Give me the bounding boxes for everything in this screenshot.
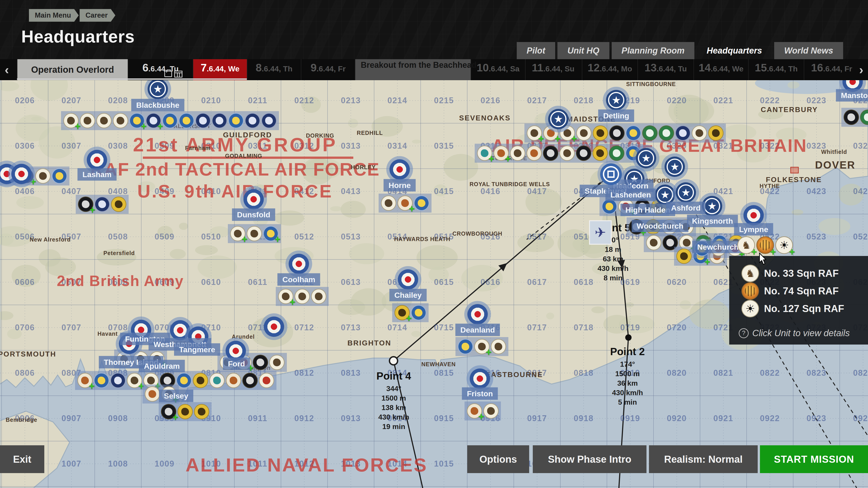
squadron-emblem[interactable]: + bbox=[127, 373, 142, 388]
date-tab-12-6-44-mo[interactable]: 12.6.44, Mo bbox=[582, 59, 638, 80]
airfield-label-woodchurch[interactable]: Woodchurch bbox=[631, 220, 688, 232]
airfield-label-deanland[interactable]: Deanland bbox=[455, 324, 500, 336]
date-tab-16-6-44-fr[interactable]: 16.6.44, Fr bbox=[804, 59, 859, 80]
roundel-raf[interactable] bbox=[386, 156, 413, 183]
date-tab-6-6-44-tu[interactable]: 6.6.44, Tu bbox=[128, 59, 193, 80]
squadron-emblem[interactable]: + bbox=[161, 404, 176, 419]
date-tab-10-6-44-sa[interactable]: 10.6.44, Sa bbox=[471, 59, 525, 80]
airfield-label-lashenden[interactable]: Lashenden bbox=[605, 189, 656, 201]
show-phase-intro-button[interactable]: Show Phase Intro bbox=[533, 445, 647, 473]
tab-pilot[interactable]: Pilot bbox=[517, 42, 555, 59]
squadron-emblem[interactable]: + bbox=[230, 226, 246, 241]
tab-world-news[interactable]: World News bbox=[774, 42, 843, 59]
squadron-emblem[interactable]: + bbox=[474, 339, 490, 354]
squadron-emblem[interactable] bbox=[609, 125, 625, 141]
squadron-emblem[interactable] bbox=[381, 195, 396, 211]
squadron-emblem[interactable]: + bbox=[63, 113, 79, 128]
squadron-emblem[interactable] bbox=[576, 125, 592, 141]
start-mission-button[interactable]: START MISSION bbox=[760, 445, 868, 473]
squadron-emblem[interactable]: + bbox=[129, 113, 145, 128]
squadron-emblem[interactable]: + bbox=[397, 195, 413, 211]
squadron-emblem[interactable] bbox=[145, 386, 160, 402]
squadron-emblem[interactable] bbox=[212, 113, 227, 128]
squadron-emblem[interactable] bbox=[35, 168, 51, 184]
tooltip-unit-no-74-sqn-raf[interactable]: No. 74 Sqn RAF bbox=[741, 283, 839, 299]
date-tab-9-6-44-fr[interactable]: 9.6.44, Fr bbox=[301, 59, 355, 80]
roundel-us[interactable]: ★ bbox=[545, 106, 572, 132]
airfield-label-dunsfold[interactable]: Dunsfold bbox=[232, 208, 275, 221]
squadron-emblem[interactable] bbox=[311, 289, 327, 304]
airfield-label-newchurch[interactable]: Newchurch bbox=[692, 241, 743, 253]
squadron-emblem[interactable] bbox=[510, 145, 525, 161]
airfield-label-blackbushe[interactable]: Blackbushe bbox=[131, 99, 184, 111]
squadron-emblem[interactable]: + bbox=[493, 145, 509, 161]
squadron-emblem[interactable] bbox=[411, 305, 426, 320]
next-day-chevron-icon[interactable]: › bbox=[855, 59, 868, 80]
roundel-raf[interactable] bbox=[8, 161, 35, 187]
squadron-emblem[interactable] bbox=[110, 373, 126, 388]
squadron-emblem[interactable] bbox=[676, 249, 692, 264]
selected-waypoint-marker[interactable] bbox=[600, 163, 622, 185]
roundel-raf[interactable] bbox=[260, 313, 287, 340]
tab-planning-room[interactable]: Planning Room bbox=[612, 42, 694, 59]
squadron-emblem[interactable] bbox=[414, 195, 429, 211]
airfield-label-lympne[interactable]: Lympne bbox=[734, 223, 773, 236]
squadron-emblem[interactable] bbox=[194, 404, 209, 419]
squadron-emblem[interactable] bbox=[162, 113, 178, 128]
squadron-emblem[interactable]: + bbox=[467, 403, 482, 419]
date-tab-14-6-44-we[interactable]: 14.6.44, We bbox=[693, 59, 748, 80]
airfield-label-lasham[interactable]: Lasham bbox=[78, 168, 117, 181]
date-tab-11-6-44-su[interactable]: 11.6.44, Su bbox=[525, 59, 581, 80]
squadron-emblem[interactable] bbox=[844, 109, 859, 125]
squadron-emblem[interactable]: + bbox=[77, 373, 93, 388]
tooltip-unit-no-127-sqn-raf[interactable]: ☀No. 127 Sqn RAF bbox=[741, 300, 844, 317]
squadron-emblem[interactable] bbox=[526, 145, 542, 161]
squadron-emblem[interactable] bbox=[179, 113, 194, 128]
prev-day-chevron-icon[interactable]: ‹ bbox=[0, 59, 13, 80]
squadron-emblem[interactable] bbox=[193, 373, 208, 388]
airfield-label-detling[interactable]: Detling bbox=[598, 109, 634, 122]
spider-emblem[interactable]: ☀+ bbox=[775, 236, 793, 254]
squadron-emblem[interactable] bbox=[458, 339, 473, 354]
squadron-emblem[interactable] bbox=[245, 113, 260, 128]
breadcrumb-main-menu[interactable]: Main Menu bbox=[29, 9, 79, 22]
squadron-emblem[interactable]: + bbox=[263, 226, 278, 241]
exit-button[interactable]: Exit bbox=[0, 445, 44, 473]
squadron-emblem[interactable] bbox=[609, 145, 624, 161]
squadron-emblem[interactable] bbox=[253, 355, 268, 370]
date-tab-13-6-44-tu[interactable]: 13.6.44, Tu bbox=[638, 59, 693, 80]
date-tab-15-6-44-th[interactable]: 15.6.44, Th bbox=[748, 59, 804, 80]
squadron-emblem[interactable] bbox=[195, 113, 211, 128]
squadron-emblem[interactable] bbox=[708, 125, 723, 141]
squadron-emblem[interactable] bbox=[209, 373, 225, 388]
squadron-emblem[interactable] bbox=[659, 125, 674, 141]
squadron-emblem[interactable] bbox=[576, 145, 591, 161]
squadron-emblem[interactable] bbox=[111, 197, 126, 212]
squadron-emblem[interactable] bbox=[675, 125, 690, 141]
squadron-emblem[interactable]: + bbox=[278, 289, 293, 304]
airfield-label-horne[interactable]: Horne bbox=[383, 179, 416, 192]
squadron-emblem[interactable]: + bbox=[146, 113, 161, 128]
airfield-label-manston[interactable]: Manston bbox=[836, 89, 868, 102]
squadron-emblem[interactable]: + bbox=[527, 125, 542, 141]
options-button[interactable]: Options bbox=[467, 445, 529, 473]
date-tab-operation-overlord[interactable]: Operation Overlord bbox=[17, 59, 128, 80]
airfield-label-kingsnorth[interactable]: Kingsnorth bbox=[687, 215, 738, 227]
airfield-label-ford[interactable]: Ford bbox=[223, 358, 250, 370]
squadron-emblem[interactable] bbox=[228, 113, 244, 128]
airfield-label-ashford[interactable]: Ashford bbox=[666, 202, 706, 214]
squadron-emblem[interactable] bbox=[52, 168, 67, 184]
date-tab-8-6-44-th[interactable]: 8.6.44, Th bbox=[247, 59, 301, 80]
airfield-label-chailey[interactable]: Chailey bbox=[390, 289, 427, 301]
squadron-emblem[interactable] bbox=[543, 145, 558, 161]
waypoint-dot-marker[interactable] bbox=[625, 334, 631, 341]
squadron-emblem[interactable] bbox=[592, 145, 608, 161]
airfield-label-tangmere[interactable]: Tangmere bbox=[174, 344, 220, 356]
airfield-label-coolham[interactable]: Coolham bbox=[277, 273, 320, 286]
squadron-emblem[interactable] bbox=[646, 235, 661, 250]
squadron-emblem[interactable]: + bbox=[477, 145, 492, 161]
squadron-emblem[interactable]: + bbox=[395, 305, 410, 320]
squadron-emblem[interactable] bbox=[602, 199, 617, 214]
squadron-emblem[interactable] bbox=[94, 197, 110, 212]
roundel-us[interactable]: ★ bbox=[661, 153, 688, 180]
